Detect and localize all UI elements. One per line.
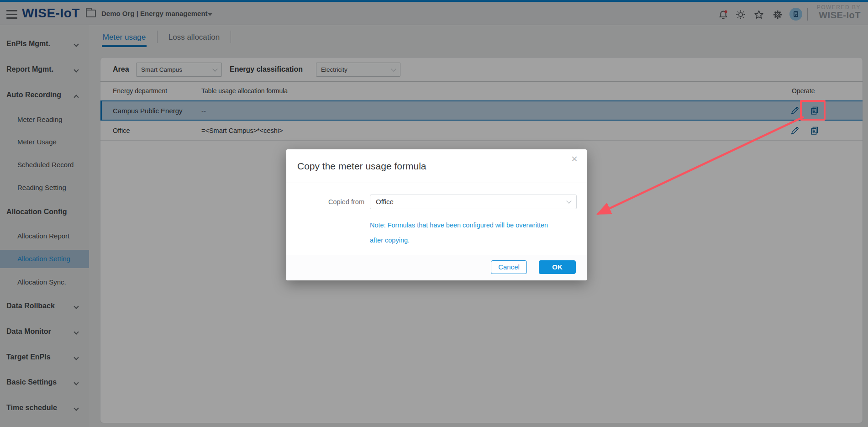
copied-from-value: Office bbox=[376, 198, 394, 206]
close-icon[interactable]: × bbox=[571, 153, 578, 164]
copy-formula-dialog: Copy the meter usage formula × Copied fr… bbox=[286, 149, 587, 280]
ok-button[interactable]: OK bbox=[539, 260, 576, 274]
overwrite-note: Note: Formulas that have been configured… bbox=[370, 218, 566, 248]
chevron-down-icon bbox=[566, 198, 571, 203]
dialog-title: Copy the meter usage formula bbox=[297, 149, 426, 183]
dialog-header-divider bbox=[286, 183, 587, 183]
copied-from-label: Copied from bbox=[314, 197, 364, 207]
cancel-button[interactable]: Cancel bbox=[491, 260, 527, 274]
note-line-2: after copying. bbox=[370, 233, 566, 248]
dialog-footer-divider bbox=[286, 255, 587, 255]
annotation-highlight-box bbox=[800, 100, 826, 121]
note-line-1: Note: Formulas that have been configured… bbox=[370, 218, 566, 233]
copied-from-select[interactable]: Office bbox=[370, 195, 577, 209]
